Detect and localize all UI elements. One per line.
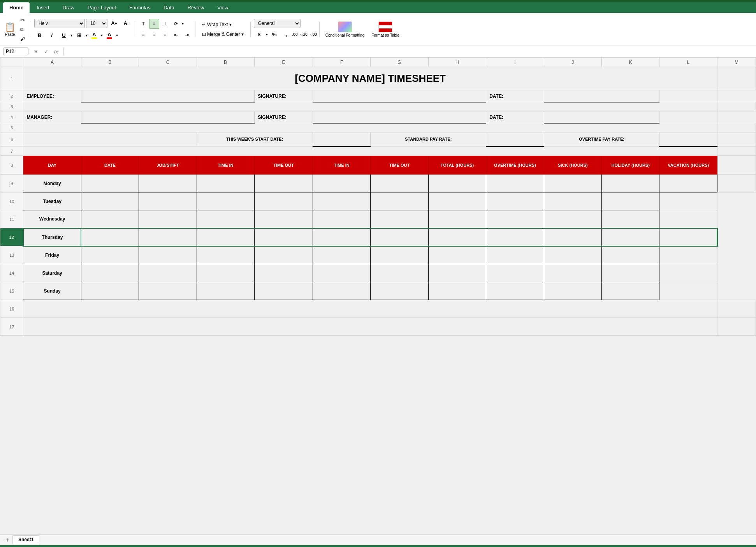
row-num-6[interactable]: 6 bbox=[0, 132, 23, 146]
border-button[interactable]: ⊞ bbox=[74, 30, 84, 41]
align-top-button[interactable]: ⊤ bbox=[138, 19, 148, 29]
cell-4-signature-label[interactable]: SIGNATURE: bbox=[255, 111, 313, 123]
row-num-14[interactable]: 14 bbox=[0, 264, 23, 282]
row-num-8[interactable]: 8 bbox=[0, 156, 23, 175]
cell-9-m[interactable] bbox=[717, 175, 756, 192]
insert-function-button[interactable]: fx bbox=[52, 47, 60, 56]
tab-home[interactable]: Home bbox=[3, 2, 30, 13]
cell-thursday[interactable]: Thursday bbox=[23, 228, 81, 246]
orientation-button[interactable]: ⟳ bbox=[171, 19, 181, 29]
header-holiday[interactable]: HOLIDAY (HOURS) bbox=[602, 156, 659, 175]
align-center-button[interactable]: ≡ bbox=[149, 30, 159, 40]
cancel-formula-button[interactable]: ✕ bbox=[32, 47, 40, 56]
col-header-K[interactable]: K bbox=[602, 58, 659, 67]
row-num-17[interactable]: 17 bbox=[0, 318, 23, 336]
cell-3[interactable] bbox=[23, 102, 717, 111]
cell-3-m[interactable] bbox=[717, 102, 756, 111]
cell-monday[interactable]: Monday bbox=[23, 175, 81, 192]
cut-button[interactable]: ✂ bbox=[18, 15, 28, 25]
accounting-format-button[interactable]: $ bbox=[254, 29, 265, 40]
bold-button[interactable]: B bbox=[34, 30, 45, 41]
cell-9-j[interactable] bbox=[544, 175, 601, 192]
header-jobshift[interactable]: JOB/SHIFT bbox=[139, 156, 197, 175]
header-total[interactable]: TOTAL (HOURS) bbox=[428, 156, 486, 175]
number-format-select[interactable]: General bbox=[254, 19, 301, 28]
cell-4-date-value[interactable] bbox=[544, 111, 659, 123]
decrease-indent-button[interactable]: ⇤ bbox=[171, 30, 181, 40]
cell-9-h[interactable] bbox=[428, 175, 486, 192]
cell-6-week-value[interactable] bbox=[313, 132, 370, 146]
border-arrow[interactable]: ▾ bbox=[86, 33, 88, 37]
paste-button[interactable]: 📋 Paste bbox=[3, 21, 17, 37]
copy-button[interactable]: ⧉ bbox=[18, 25, 28, 34]
font-size-select[interactable]: 10 bbox=[86, 19, 107, 28]
col-header-D[interactable]: D bbox=[197, 58, 254, 67]
increase-font-button[interactable]: A+ bbox=[109, 18, 120, 29]
underline-button[interactable]: U bbox=[58, 30, 69, 41]
tab-insert[interactable]: Insert bbox=[30, 2, 56, 13]
row-num-3[interactable]: 3 bbox=[0, 102, 23, 111]
col-header-H[interactable]: H bbox=[428, 58, 486, 67]
cell-sunday[interactable]: Sunday bbox=[23, 282, 81, 300]
cell-5-m[interactable] bbox=[717, 123, 756, 132]
tab-formulas[interactable]: Formulas bbox=[123, 2, 156, 13]
row-num-1[interactable]: 1 bbox=[0, 67, 23, 90]
cell-4-manager-value[interactable] bbox=[81, 111, 254, 123]
cell-9-l[interactable] bbox=[659, 175, 717, 192]
font-color-button[interactable]: A bbox=[104, 30, 115, 41]
col-header-B[interactable]: B bbox=[81, 58, 139, 67]
col-header-L[interactable]: L bbox=[659, 58, 717, 67]
header-sick[interactable]: SICK (HOURS) bbox=[544, 156, 601, 175]
merge-arrow[interactable]: ▾ bbox=[241, 32, 244, 37]
tab-data[interactable]: Data bbox=[157, 2, 180, 13]
wrap-text-button[interactable]: ↵ Wrap Text ▾ bbox=[199, 20, 247, 29]
cell-2-m[interactable] bbox=[659, 90, 717, 102]
header-timein1[interactable]: TIME IN bbox=[197, 156, 254, 175]
tab-draw[interactable]: Draw bbox=[56, 2, 81, 13]
cell-7-m[interactable] bbox=[717, 146, 756, 156]
header-date[interactable]: DATE bbox=[81, 156, 139, 175]
header-overtime[interactable]: OVERTIME (HOURS) bbox=[486, 156, 544, 175]
cell-2-date-value[interactable] bbox=[544, 90, 659, 102]
cell-9-c[interactable] bbox=[139, 175, 197, 192]
font-family-select[interactable]: Helv bbox=[34, 19, 85, 28]
row-num-13[interactable]: 13 bbox=[0, 246, 23, 264]
header-vacation[interactable]: VACATION (HOURS) bbox=[659, 156, 717, 175]
format-painter-button[interactable]: 🖌 bbox=[18, 35, 28, 43]
cell-7[interactable] bbox=[23, 146, 717, 156]
cell-6-std-value[interactable] bbox=[486, 132, 544, 146]
col-header-A[interactable]: A bbox=[23, 58, 81, 67]
cell-wednesday[interactable]: Wednesday bbox=[23, 210, 81, 228]
cell-reference-input[interactable] bbox=[3, 48, 28, 55]
font-color-arrow[interactable]: ▾ bbox=[116, 33, 118, 37]
orientation-arrow[interactable]: ▾ bbox=[182, 21, 184, 26]
cell-6-m[interactable] bbox=[717, 132, 756, 146]
col-header-I[interactable]: I bbox=[486, 58, 544, 67]
row-num-10[interactable]: 10 bbox=[0, 192, 23, 210]
tab-page-layout[interactable]: Page Layout bbox=[81, 2, 122, 13]
row-num-9[interactable]: 9 bbox=[0, 175, 23, 192]
col-header-G[interactable]: G bbox=[371, 58, 428, 67]
cell-2-employee-label[interactable]: EMPLOYEE: bbox=[23, 90, 81, 102]
cell-6-ot-value[interactable] bbox=[659, 132, 717, 146]
row-num-11[interactable]: 11 bbox=[0, 210, 23, 228]
header-timeout2[interactable]: TIME OUT bbox=[371, 156, 428, 175]
row-num-16[interactable]: 16 bbox=[0, 300, 23, 318]
tab-view[interactable]: View bbox=[211, 2, 234, 13]
header-timeout1[interactable]: TIME OUT bbox=[255, 156, 313, 175]
cell-2-date-label[interactable]: DATE: bbox=[486, 90, 544, 102]
col-header-C[interactable]: C bbox=[139, 58, 197, 67]
decrease-decimal-button[interactable]: .00→.0 bbox=[293, 29, 304, 40]
format-as-table-button[interactable]: Format as Table bbox=[369, 20, 402, 39]
decrease-font-button[interactable]: A- bbox=[121, 18, 132, 29]
row-num-15[interactable]: 15 bbox=[0, 282, 23, 300]
cell-4-date-label[interactable]: DATE: bbox=[486, 111, 544, 123]
cell-friday[interactable]: Friday bbox=[23, 246, 81, 264]
align-left-button[interactable]: ≡ bbox=[138, 30, 148, 40]
cell-9-i[interactable] bbox=[486, 175, 544, 192]
cell-9-k[interactable] bbox=[602, 175, 659, 192]
accounting-arrow[interactable]: ▾ bbox=[266, 32, 268, 37]
cell-tuesday[interactable]: Tuesday bbox=[23, 192, 81, 210]
cell-6-week-label[interactable]: THIS WEEK'S START DATE: bbox=[197, 132, 313, 146]
wrap-text-arrow[interactable]: ▾ bbox=[229, 22, 232, 27]
